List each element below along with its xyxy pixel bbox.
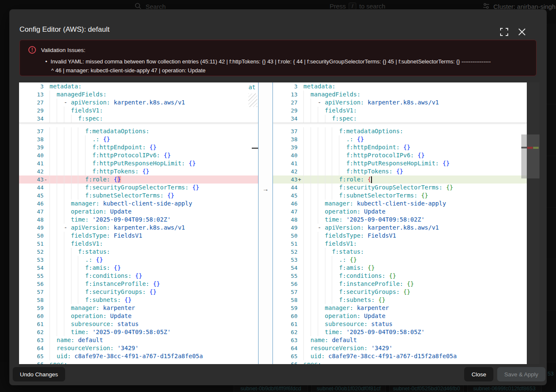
yaml-diff-editor: 3metadata:13managedFields:27- apiVersion…: [19, 82, 539, 364]
code-line[interactable]: 66spec:: [273, 360, 527, 364]
save-apply-button[interactable]: Save & Apply: [497, 367, 545, 381]
code-line[interactable]: 39f:httpEndpoint: {}: [273, 143, 527, 151]
code-line[interactable]: 27- apiVersion: karpenter.k8s.aws/v1: [273, 99, 527, 107]
fullscreen-button[interactable]: [498, 26, 509, 37]
code-line[interactable]: 49- apiVersion: karpenter.k8s.aws/v1: [273, 224, 527, 232]
code-line[interactable]: 56f:instanceProfile: {}: [273, 280, 527, 288]
code-line[interactable]: 46manager: kubectl-client-side-apply: [19, 200, 258, 208]
code-line[interactable]: 53.: {}: [273, 256, 527, 264]
text-cursor: [371, 176, 372, 183]
code-line[interactable]: 59manager: karpenter: [19, 304, 258, 312]
overview-viewport-slider[interactable]: [527, 134, 539, 178]
error-icon: !: [28, 46, 36, 54]
diff-editor-sash[interactable]: →: [258, 82, 273, 364]
code-line[interactable]: 29fieldsV1:: [273, 107, 527, 115]
code-line[interactable]: 64resourceVersion: '3429': [273, 344, 527, 352]
code-line[interactable]: 57f:securityGroups: {}: [273, 288, 527, 296]
code-line[interactable]: 37f:metadataOptions:: [273, 127, 527, 135]
diff-editor-original-pane[interactable]: 3metadata:13managedFields:27- apiVersion…: [19, 82, 258, 364]
code-line[interactable]: 59manager: karpenter: [273, 304, 527, 312]
code-line[interactable]: 40f:httpProtocolIPv6: {}: [273, 151, 527, 159]
validation-line-1: Invalid YAML: missed comma between flow …: [51, 58, 491, 65]
code-line[interactable]: 49- apiVersion: karpenter.k8s.aws/v1: [19, 224, 258, 232]
code-line[interactable]: 52f:status:: [19, 248, 258, 256]
code-line[interactable]: 55f:conditions: {}: [273, 272, 527, 280]
code-line[interactable]: 48time: '2025-09-04T09:58:02Z': [273, 216, 527, 224]
validation-message: •Invalid YAML: missed comma between flow…: [45, 57, 528, 75]
code-line[interactable]: 34f:spec:: [273, 115, 527, 123]
validation-banner: ! Validation Issues: •Invalid YAML: miss…: [19, 40, 537, 76]
code-line[interactable]: 52f:status:: [273, 248, 527, 256]
code-line[interactable]: 13managedFields:: [19, 90, 258, 99]
code-line[interactable]: 51fieldsV1:: [19, 240, 258, 248]
code-line[interactable]: 50fieldsType: FieldsV1: [19, 232, 258, 240]
diff-diagonal-fill: [248, 93, 257, 107]
validation-line-2: ^ 46 | manager: kubectl-client-side-appl…: [45, 66, 528, 75]
code-line[interactable]: 62time: '2025-09-04T09:58:05Z': [273, 328, 527, 336]
code-line[interactable]: 63name: default: [19, 336, 258, 344]
sticky-scroll-right: 3metadata:13managedFields:27- apiVersion…: [273, 82, 527, 123]
code-line[interactable]: 58f:subnets: {}: [273, 296, 527, 304]
code-line[interactable]: 62time: '2025-09-04T09:58:05Z': [19, 328, 258, 336]
close-icon[interactable]: [516, 26, 527, 37]
code-line[interactable]: 61subresource: status: [273, 320, 527, 328]
code-line[interactable]: 38.: {}: [19, 135, 258, 143]
code-line[interactable]: 50fieldsType: FieldsV1: [273, 232, 527, 240]
code-line[interactable]: 61subresource: status: [19, 320, 258, 328]
code-line[interactable]: 60operation: Update: [19, 312, 258, 320]
close-button[interactable]: Close: [464, 367, 493, 381]
code-line[interactable]: 51fieldsV1:: [273, 240, 527, 248]
code-line[interactable]: 46manager: kubectl-client-side-apply: [273, 200, 527, 208]
code-line[interactable]: 37f:metadataOptions:: [19, 127, 258, 135]
sticky-scroll-left: 3metadata:13managedFields:27- apiVersion…: [19, 82, 258, 123]
code-line[interactable]: 42f:httpTokens: {}: [19, 167, 258, 175]
code-line[interactable]: 27- apiVersion: karpenter.k8s.aws/v1: [19, 99, 258, 107]
code-line[interactable]: 66spec:: [19, 360, 258, 364]
code-line[interactable]: 45f:subnetSelectorTerms: {}: [273, 192, 527, 200]
code-line[interactable]: 3metadata:: [19, 82, 258, 90]
code-line[interactable]: 47operation: Update: [273, 208, 527, 216]
code-line[interactable]: 56f:instanceProfile: {}: [19, 280, 258, 288]
config-editor-dialog: Config Editor (AWS): default ! Validatio…: [9, 9, 547, 385]
code-line[interactable]: 43+f:role: {: [273, 175, 527, 184]
code-line[interactable]: 40f:httpProtocolIPv6: {}: [19, 151, 258, 159]
code-line[interactable]: 38.: {}: [273, 135, 527, 143]
revert-diff-arrow[interactable]: →: [259, 185, 272, 193]
code-line[interactable]: 29fieldsV1:: [19, 107, 258, 115]
code-line[interactable]: 64resourceVersion: '3429': [19, 344, 258, 352]
code-line[interactable]: 48time: '2025-09-04T09:58:02Z': [19, 216, 258, 224]
left-pane-overflow-text: at: [248, 84, 256, 90]
validation-heading: Validation Issues:: [41, 47, 85, 53]
code-lines-right: 37f:metadataOptions:38.: {}39f:httpEndpo…: [273, 127, 527, 364]
code-line[interactable]: 57f:securityGroups: {}: [19, 288, 258, 296]
code-line[interactable]: 34f:spec:: [19, 115, 258, 123]
code-line[interactable]: 55f:conditions: {}: [19, 272, 258, 280]
left-overview-mark: [252, 148, 258, 149]
code-line[interactable]: 65uid: c8afe97e-38cc-4f91-a767-d15f2a8fe…: [273, 352, 527, 360]
code-line[interactable]: 47operation: Update: [19, 208, 258, 216]
code-line[interactable]: 54f:amis: {}: [19, 264, 258, 272]
code-line[interactable]: 54f:amis: {}: [273, 264, 527, 272]
code-line[interactable]: 44f:securityGroupSelectorTerms: {}: [19, 184, 258, 192]
undo-changes-button[interactable]: Undo Changes: [13, 367, 65, 381]
code-line[interactable]: 45f:subnetSelectorTerms: {}: [19, 192, 258, 200]
code-line[interactable]: 43-f:role: {}: [19, 175, 258, 184]
code-line[interactable]: 65uid: c8afe97e-38cc-4f91-a767-d15f2a8fe…: [19, 352, 258, 360]
code-line[interactable]: 42f:httpTokens: {}: [273, 167, 527, 175]
code-line[interactable]: 3metadata:: [273, 82, 527, 90]
vertical-scrollbar-thumb[interactable]: [521, 134, 527, 178]
code-line[interactable]: 41f:httpPutResponseHopLimit: {}: [273, 159, 527, 167]
code-line[interactable]: 44f:securityGroupSelectorTerms: {}: [273, 184, 527, 192]
code-line[interactable]: 41f:httpPutResponseHopLimit: {}: [19, 159, 258, 167]
dialog-title: Config Editor (AWS): default: [19, 25, 110, 34]
diff-editor-modified-pane[interactable]: 3metadata:13managedFields:27- apiVersion…: [273, 82, 527, 364]
code-line[interactable]: 60operation: Update: [273, 312, 527, 320]
code-line[interactable]: 53.: {}: [19, 256, 258, 264]
code-line[interactable]: 13managedFields:: [273, 90, 527, 99]
diff-overview-ruler[interactable]: [527, 82, 539, 364]
code-lines-left: 37f:metadataOptions:38.: {}39f:httpEndpo…: [19, 127, 258, 364]
code-line[interactable]: 63name: default: [273, 336, 527, 344]
code-line[interactable]: 39f:httpEndpoint: {}: [19, 143, 258, 151]
code-line[interactable]: 58f:subnets: {}: [19, 296, 258, 304]
scrollbar-cursor-mark: [521, 147, 527, 148]
